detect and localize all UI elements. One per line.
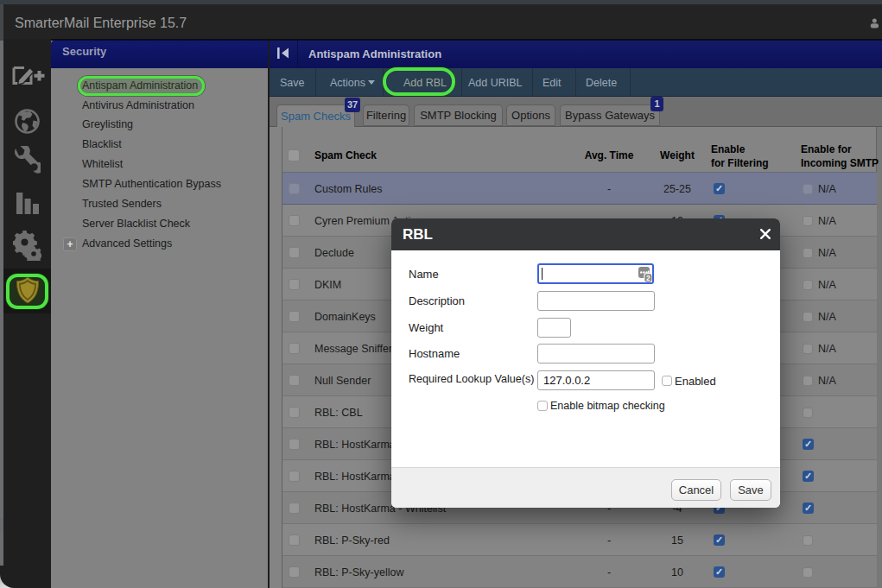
svg-text:2: 2 — [646, 274, 650, 282]
